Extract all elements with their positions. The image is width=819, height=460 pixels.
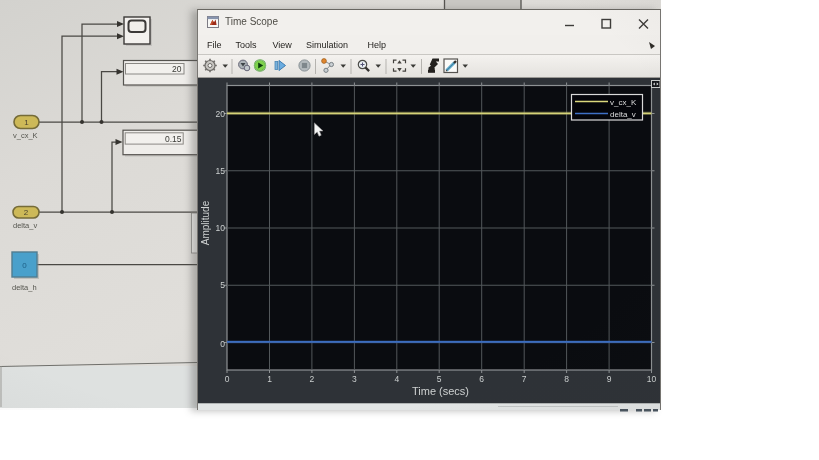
svg-text:1: 1 bbox=[24, 118, 29, 127]
svg-text:0.15: 0.15 bbox=[165, 134, 182, 144]
svg-text:15: 15 bbox=[216, 166, 226, 176]
svg-text:Time (secs): Time (secs) bbox=[412, 385, 469, 397]
svg-text:5: 5 bbox=[220, 280, 225, 290]
svg-text:9: 9 bbox=[607, 374, 612, 384]
svg-text:delta_h: delta_h bbox=[12, 283, 37, 292]
svg-text:2: 2 bbox=[310, 374, 315, 384]
svg-text:20: 20 bbox=[172, 64, 182, 74]
svg-text:8: 8 bbox=[564, 374, 569, 384]
svg-text:delta_v: delta_v bbox=[13, 221, 37, 230]
svg-text:0: 0 bbox=[22, 261, 27, 270]
svg-text:20: 20 bbox=[216, 109, 226, 119]
svg-text:v_cx_K: v_cx_K bbox=[13, 131, 38, 140]
svg-text:v_cx_K: v_cx_K bbox=[610, 98, 637, 107]
svg-text:1: 1 bbox=[267, 374, 272, 384]
svg-text:delta_v: delta_v bbox=[610, 110, 636, 119]
svg-text:10: 10 bbox=[216, 223, 226, 233]
svg-text:5: 5 bbox=[437, 374, 442, 384]
svg-text:10: 10 bbox=[647, 374, 657, 384]
svg-text:4: 4 bbox=[394, 374, 399, 384]
svg-text:0: 0 bbox=[220, 339, 225, 349]
svg-text:0: 0 bbox=[225, 374, 230, 384]
svg-text:2: 2 bbox=[24, 208, 29, 217]
svg-text:7: 7 bbox=[522, 374, 527, 384]
svg-text:Amplitude: Amplitude bbox=[200, 200, 211, 245]
svg-text:6: 6 bbox=[479, 374, 484, 384]
svg-text:3: 3 bbox=[352, 374, 357, 384]
